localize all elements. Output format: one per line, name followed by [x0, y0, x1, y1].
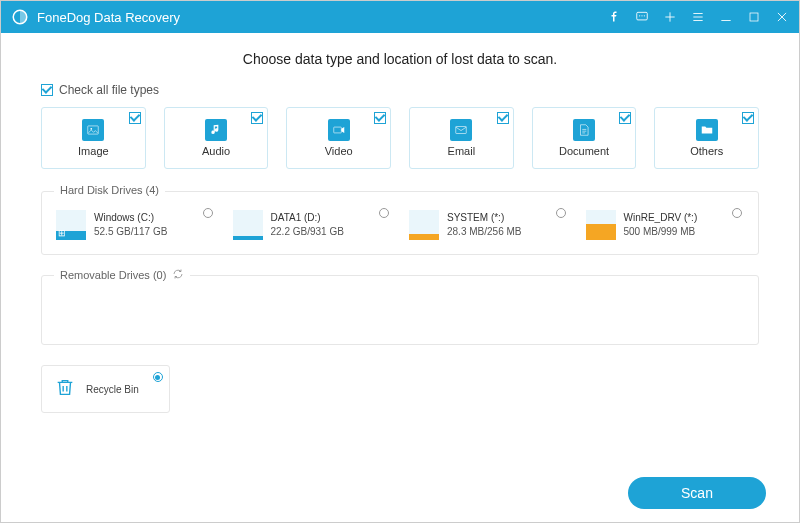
drive-name: DATA1 (D:): [271, 211, 344, 225]
type-card-document[interactable]: Document: [532, 107, 637, 169]
title-bar: FoneDog Data Recovery: [1, 1, 799, 33]
check-all-checkbox[interactable]: [41, 84, 53, 96]
maximize-icon[interactable]: [747, 10, 761, 24]
type-card-audio[interactable]: Audio: [164, 107, 269, 169]
type-checkbox[interactable]: [742, 112, 754, 124]
scan-button[interactable]: Scan: [628, 477, 766, 509]
svg-rect-5: [750, 13, 758, 21]
type-label: Others: [690, 145, 723, 157]
type-checkbox[interactable]: [251, 112, 263, 124]
recycle-radio[interactable]: [153, 372, 163, 382]
svg-rect-9: [456, 127, 467, 134]
drive-usage: 500 MB/999 MB: [624, 225, 698, 239]
folder-icon: [696, 119, 718, 141]
removable-drives-group: Removable Drives (0): [41, 275, 759, 345]
type-label: Image: [78, 145, 109, 157]
page-heading: Choose data type and location of lost da…: [41, 51, 759, 67]
drive-radio[interactable]: [732, 208, 742, 218]
type-checkbox[interactable]: [374, 112, 386, 124]
drive-name: Windows (C:): [94, 211, 167, 225]
check-all-toggle[interactable]: Check all file types: [41, 83, 759, 97]
type-card-email[interactable]: Email: [409, 107, 514, 169]
file-types-row: Image Audio Video Email Document Others: [41, 107, 759, 169]
facebook-icon[interactable]: [607, 10, 621, 24]
drive-card-d[interactable]: DATA1 (D:) 22.2 GB/931 GB: [233, 210, 392, 240]
drive-name: WinRE_DRV (*:): [624, 211, 698, 225]
removable-drives-title: Removable Drives (0): [60, 269, 166, 281]
check-all-label: Check all file types: [59, 83, 159, 97]
app-logo-icon: [11, 8, 29, 26]
refresh-icon[interactable]: [172, 268, 184, 282]
svg-rect-8: [333, 127, 341, 133]
drive-icon: [233, 210, 263, 240]
type-card-video[interactable]: Video: [286, 107, 391, 169]
type-card-image[interactable]: Image: [41, 107, 146, 169]
type-checkbox[interactable]: [619, 112, 631, 124]
hard-drives-group: Hard Disk Drives (4) ⊞ Windows (C:) 52.5…: [41, 191, 759, 255]
image-icon: [82, 119, 104, 141]
drive-name: SYSTEM (*:): [447, 211, 521, 225]
drive-icon: ⊞: [56, 210, 86, 240]
svg-rect-6: [88, 126, 99, 134]
minimize-icon[interactable]: [719, 10, 733, 24]
drive-card-winre[interactable]: WinRE_DRV (*:) 500 MB/999 MB: [586, 210, 745, 240]
type-card-others[interactable]: Others: [654, 107, 759, 169]
drive-radio[interactable]: [556, 208, 566, 218]
recycle-bin-card[interactable]: Recycle Bin: [41, 365, 170, 413]
app-title: FoneDog Data Recovery: [37, 10, 180, 25]
drive-usage: 22.2 GB/931 GB: [271, 225, 344, 239]
menu-icon[interactable]: [691, 10, 705, 24]
hard-drives-title: Hard Disk Drives (4): [54, 184, 165, 196]
feedback-icon[interactable]: [635, 10, 649, 24]
drive-card-system[interactable]: SYSTEM (*:) 28.3 MB/256 MB: [409, 210, 568, 240]
drive-card-c[interactable]: ⊞ Windows (C:) 52.5 GB/117 GB: [56, 210, 215, 240]
audio-icon: [205, 119, 227, 141]
drive-radio[interactable]: [203, 208, 213, 218]
trash-icon: [54, 376, 76, 402]
recycle-label: Recycle Bin: [86, 384, 139, 395]
svg-point-4: [644, 15, 645, 16]
email-icon: [450, 119, 472, 141]
drive-usage: 28.3 MB/256 MB: [447, 225, 521, 239]
drive-icon: [409, 210, 439, 240]
drive-usage: 52.5 GB/117 GB: [94, 225, 167, 239]
type-label: Audio: [202, 145, 230, 157]
svg-point-7: [91, 128, 93, 130]
document-icon: [573, 119, 595, 141]
video-icon: [328, 119, 350, 141]
drive-radio[interactable]: [379, 208, 389, 218]
type-label: Video: [325, 145, 353, 157]
svg-point-3: [641, 15, 642, 16]
type-checkbox[interactable]: [129, 112, 141, 124]
svg-point-2: [639, 15, 640, 16]
close-icon[interactable]: [775, 10, 789, 24]
add-icon[interactable]: [663, 10, 677, 24]
type-checkbox[interactable]: [497, 112, 509, 124]
type-label: Document: [559, 145, 609, 157]
drive-icon: [586, 210, 616, 240]
type-label: Email: [448, 145, 476, 157]
